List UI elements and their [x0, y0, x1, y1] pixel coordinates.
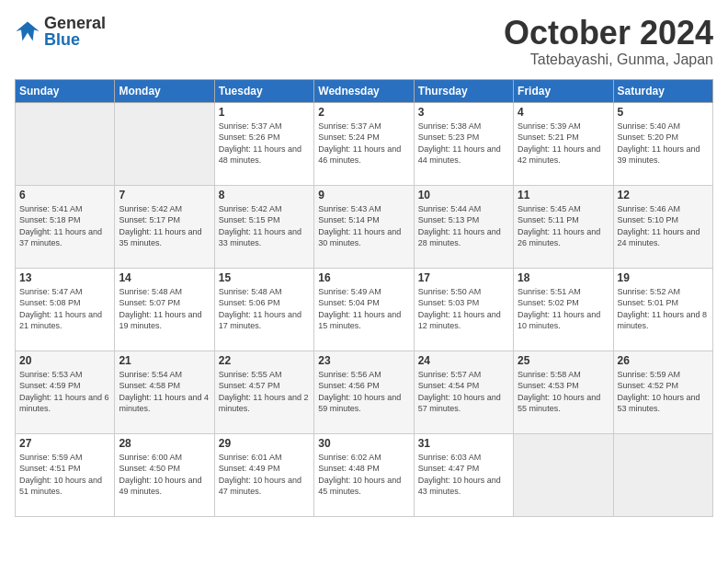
calendar-cell: 18Sunrise: 5:51 AM Sunset: 5:02 PM Dayli… — [514, 268, 613, 350]
day-info: Sunrise: 5:53 AM Sunset: 4:59 PM Dayligh… — [19, 369, 110, 415]
day-info: Sunrise: 5:57 AM Sunset: 4:54 PM Dayligh… — [418, 369, 509, 415]
calendar-week-4: 20Sunrise: 5:53 AM Sunset: 4:59 PM Dayli… — [16, 350, 713, 433]
header-cell-friday: Friday — [514, 79, 613, 102]
day-info: Sunrise: 5:37 AM Sunset: 5:24 PM Dayligh… — [318, 121, 409, 167]
day-info: Sunrise: 5:51 AM Sunset: 5:02 PM Dayligh… — [518, 286, 609, 332]
day-info: Sunrise: 5:48 AM Sunset: 5:06 PM Dayligh… — [219, 286, 310, 332]
calendar-cell: 13Sunrise: 5:47 AM Sunset: 5:08 PM Dayli… — [16, 268, 115, 350]
day-number: 1 — [219, 106, 310, 119]
day-number: 2 — [318, 106, 409, 119]
day-number: 25 — [518, 354, 609, 367]
day-number: 20 — [19, 354, 110, 367]
day-number: 6 — [19, 189, 110, 201]
day-number: 4 — [518, 106, 609, 119]
day-info: Sunrise: 5:39 AM Sunset: 5:21 PM Dayligh… — [518, 121, 609, 167]
day-number: 29 — [219, 437, 310, 450]
day-info: Sunrise: 5:40 AM Sunset: 5:20 PM Dayligh… — [618, 121, 709, 167]
calendar-cell: 4Sunrise: 5:39 AM Sunset: 5:21 PM Daylig… — [514, 102, 613, 185]
day-info: Sunrise: 5:49 AM Sunset: 5:04 PM Dayligh… — [318, 286, 409, 332]
calendar-week-1: 1Sunrise: 5:37 AM Sunset: 5:26 PM Daylig… — [16, 102, 713, 185]
day-number: 10 — [418, 189, 509, 201]
calendar-table: SundayMondayTuesdayWednesdayThursdayFrid… — [15, 79, 713, 517]
calendar-cell — [613, 433, 712, 516]
day-number: 22 — [219, 354, 310, 367]
day-number: 7 — [119, 189, 210, 201]
calendar-cell — [115, 102, 214, 185]
calendar-cell: 11Sunrise: 5:45 AM Sunset: 5:11 PM Dayli… — [514, 185, 613, 268]
calendar-cell: 26Sunrise: 5:59 AM Sunset: 4:52 PM Dayli… — [613, 350, 712, 433]
day-number: 21 — [119, 354, 210, 367]
day-number: 9 — [318, 189, 409, 201]
header-cell-wednesday: Wednesday — [314, 79, 414, 102]
header-cell-saturday: Saturday — [613, 79, 712, 102]
logo-blue: Blue — [44, 31, 106, 48]
calendar-cell: 19Sunrise: 5:52 AM Sunset: 5:01 PM Dayli… — [613, 268, 712, 350]
logo-icon — [15, 18, 40, 44]
month-title: October 2024 — [504, 15, 713, 52]
calendar-cell: 24Sunrise: 5:57 AM Sunset: 4:54 PM Dayli… — [414, 350, 513, 433]
calendar-cell — [16, 102, 115, 185]
day-info: Sunrise: 5:59 AM Sunset: 4:51 PM Dayligh… — [19, 452, 110, 498]
calendar-cell: 23Sunrise: 5:56 AM Sunset: 4:56 PM Dayli… — [314, 350, 414, 433]
day-info: Sunrise: 5:59 AM Sunset: 4:52 PM Dayligh… — [618, 369, 709, 415]
calendar-cell: 17Sunrise: 5:50 AM Sunset: 5:03 PM Dayli… — [414, 268, 513, 350]
calendar-week-5: 27Sunrise: 5:59 AM Sunset: 4:51 PM Dayli… — [16, 433, 713, 516]
calendar-cell: 2Sunrise: 5:37 AM Sunset: 5:24 PM Daylig… — [314, 102, 414, 185]
day-number: 28 — [119, 437, 210, 450]
day-info: Sunrise: 5:43 AM Sunset: 5:14 PM Dayligh… — [318, 203, 409, 249]
day-number: 17 — [418, 271, 509, 284]
calendar-cell: 6Sunrise: 5:41 AM Sunset: 5:18 PM Daylig… — [16, 185, 115, 268]
day-info: Sunrise: 6:01 AM Sunset: 4:49 PM Dayligh… — [219, 452, 310, 498]
day-info: Sunrise: 6:03 AM Sunset: 4:47 PM Dayligh… — [418, 452, 509, 498]
day-number: 5 — [618, 106, 709, 119]
day-info: Sunrise: 6:02 AM Sunset: 4:48 PM Dayligh… — [318, 452, 409, 498]
day-info: Sunrise: 5:37 AM Sunset: 5:26 PM Dayligh… — [219, 121, 310, 167]
day-info: Sunrise: 5:46 AM Sunset: 5:10 PM Dayligh… — [618, 203, 709, 249]
calendar-cell — [514, 433, 613, 516]
location: Tatebayashi, Gunma, Japan — [504, 52, 713, 68]
day-number: 11 — [518, 189, 609, 201]
day-info: Sunrise: 5:41 AM Sunset: 5:18 PM Dayligh… — [19, 203, 110, 249]
calendar-cell: 16Sunrise: 5:49 AM Sunset: 5:04 PM Dayli… — [314, 268, 414, 350]
calendar-cell: 14Sunrise: 5:48 AM Sunset: 5:07 PM Dayli… — [115, 268, 214, 350]
day-info: Sunrise: 6:00 AM Sunset: 4:50 PM Dayligh… — [119, 452, 210, 498]
day-number: 26 — [618, 354, 709, 367]
day-info: Sunrise: 5:52 AM Sunset: 5:01 PM Dayligh… — [618, 286, 709, 332]
calendar-cell: 25Sunrise: 5:58 AM Sunset: 4:53 PM Dayli… — [514, 350, 613, 433]
calendar-cell: 8Sunrise: 5:42 AM Sunset: 5:15 PM Daylig… — [214, 185, 313, 268]
calendar-cell: 10Sunrise: 5:44 AM Sunset: 5:13 PM Dayli… — [414, 185, 513, 268]
calendar-cell: 15Sunrise: 5:48 AM Sunset: 5:06 PM Dayli… — [214, 268, 313, 350]
header-cell-tuesday: Tuesday — [214, 79, 313, 102]
day-info: Sunrise: 5:55 AM Sunset: 4:57 PM Dayligh… — [219, 369, 310, 415]
day-number: 14 — [119, 271, 210, 284]
logo-general: General — [44, 15, 106, 31]
day-number: 19 — [618, 271, 709, 284]
logo-text: General Blue — [44, 15, 106, 48]
logo: General Blue — [15, 15, 106, 48]
day-number: 13 — [19, 271, 110, 284]
day-number: 24 — [418, 354, 509, 367]
header-cell-thursday: Thursday — [414, 79, 513, 102]
calendar-week-2: 6Sunrise: 5:41 AM Sunset: 5:18 PM Daylig… — [16, 185, 713, 268]
day-info: Sunrise: 5:48 AM Sunset: 5:07 PM Dayligh… — [119, 286, 210, 332]
calendar-cell: 30Sunrise: 6:02 AM Sunset: 4:48 PM Dayli… — [314, 433, 414, 516]
day-number: 16 — [318, 271, 409, 284]
header-cell-monday: Monday — [115, 79, 214, 102]
day-info: Sunrise: 5:38 AM Sunset: 5:23 PM Dayligh… — [418, 121, 509, 167]
day-number: 18 — [518, 271, 609, 284]
day-info: Sunrise: 5:44 AM Sunset: 5:13 PM Dayligh… — [418, 203, 509, 249]
day-number: 23 — [318, 354, 409, 367]
calendar-cell: 27Sunrise: 5:59 AM Sunset: 4:51 PM Dayli… — [16, 433, 115, 516]
day-info: Sunrise: 5:42 AM Sunset: 5:17 PM Dayligh… — [119, 203, 210, 249]
calendar-week-3: 13Sunrise: 5:47 AM Sunset: 5:08 PM Dayli… — [16, 268, 713, 350]
header-cell-sunday: Sunday — [16, 79, 115, 102]
calendar-cell: 22Sunrise: 5:55 AM Sunset: 4:57 PM Dayli… — [214, 350, 313, 433]
calendar-cell: 12Sunrise: 5:46 AM Sunset: 5:10 PM Dayli… — [613, 185, 712, 268]
calendar-cell: 20Sunrise: 5:53 AM Sunset: 4:59 PM Dayli… — [16, 350, 115, 433]
day-number: 3 — [418, 106, 509, 119]
day-info: Sunrise: 5:50 AM Sunset: 5:03 PM Dayligh… — [418, 286, 509, 332]
calendar-cell: 1Sunrise: 5:37 AM Sunset: 5:26 PM Daylig… — [214, 102, 313, 185]
calendar-cell: 7Sunrise: 5:42 AM Sunset: 5:17 PM Daylig… — [115, 185, 214, 268]
day-info: Sunrise: 5:58 AM Sunset: 4:53 PM Dayligh… — [518, 369, 609, 415]
calendar-cell: 21Sunrise: 5:54 AM Sunset: 4:58 PM Dayli… — [115, 350, 214, 433]
